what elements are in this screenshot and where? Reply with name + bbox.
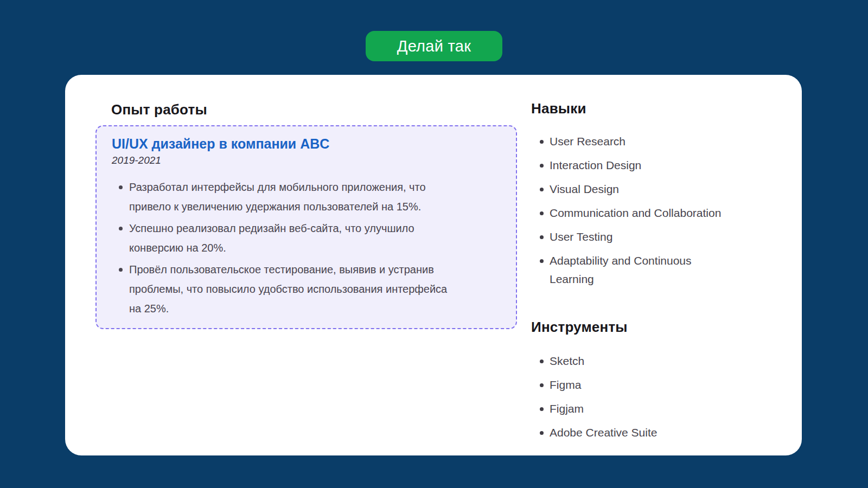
job-title: UI/UX дизайнер в компании ABC: [112, 135, 501, 152]
tool-item: Figjam: [531, 400, 736, 418]
skill-item: User Testing: [531, 228, 736, 246]
skill-item: Visual Design: [531, 180, 736, 198]
achievement-item: Провёл пользовательское тестирование, вы…: [112, 260, 448, 318]
achievement-item: Разработал интерфейсы для мобильного при…: [112, 177, 448, 216]
achievements-list: Разработал интерфейсы для мобильного при…: [112, 177, 501, 318]
tool-item: Figma: [531, 376, 736, 394]
do-it-this-way-button[interactable]: Делай так: [366, 31, 502, 61]
skills-and-tools-section: Навыки User ResearchInteraction DesignVi…: [531, 99, 748, 447]
experience-heading: Опыт работы: [111, 100, 524, 119]
skill-item: Communication and Collaboration: [531, 204, 736, 222]
tool-item: Adobe Creative Suite: [531, 423, 736, 442]
skills-list: User ResearchInteraction DesignVisual De…: [531, 132, 748, 288]
tools-heading: Инструменты: [531, 318, 748, 336]
tools-list: SketchFigmaFigjamAdobe Creative Suite: [531, 352, 748, 442]
skills-heading: Навыки: [531, 99, 748, 118]
experience-highlight-box: UI/UX дизайнер в компании ABC 2019-2021 …: [95, 125, 517, 329]
skill-item: Interaction Design: [531, 156, 736, 175]
skill-item: Adaptability and Continuous Learning: [531, 252, 736, 288]
achievement-item: Успешно реализовал редизайн веб-сайта, ч…: [112, 219, 448, 258]
tool-item: Sketch: [531, 352, 736, 370]
skill-item: User Research: [531, 132, 736, 151]
job-period: 2019-2021: [112, 155, 501, 166]
resume-card: Опыт работы UI/UX дизайнер в компании AB…: [65, 75, 802, 455]
experience-section: Опыт работы UI/UX дизайнер в компании AB…: [95, 100, 524, 329]
